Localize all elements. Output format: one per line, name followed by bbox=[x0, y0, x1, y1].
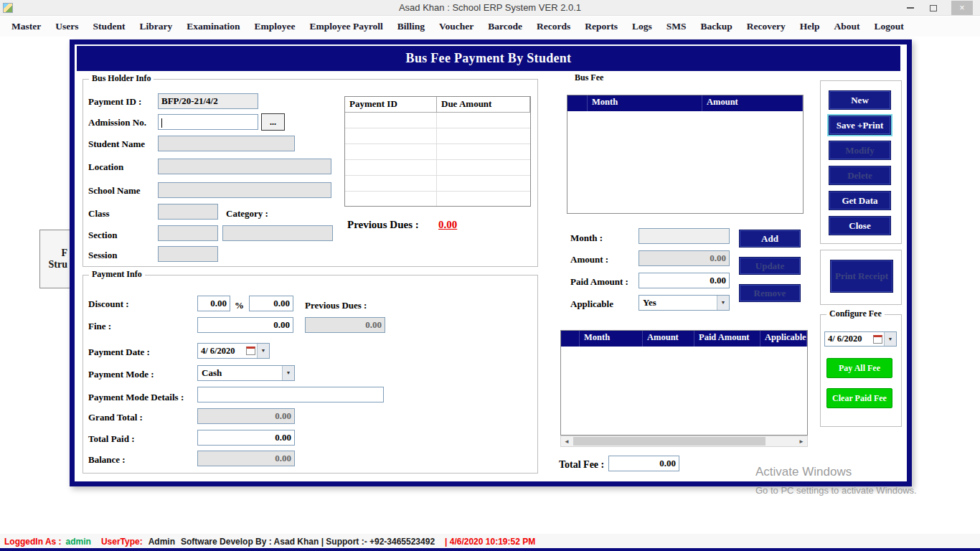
menu-item-employee[interactable]: Employee bbox=[248, 19, 303, 34]
fee-structure-partial-button[interactable]: F Stru bbox=[39, 230, 71, 288]
payment-mode-label: Payment Mode : bbox=[88, 369, 154, 380]
balance-label: Balance : bbox=[88, 454, 126, 466]
close-button[interactable]: Close bbox=[829, 216, 891, 235]
table-cell bbox=[345, 160, 437, 176]
session-field[interactable] bbox=[158, 246, 218, 262]
menu-item-backup[interactable]: Backup bbox=[693, 19, 739, 34]
menu-item-users[interactable]: Users bbox=[48, 19, 85, 34]
menu-item-employee-payroll[interactable]: Employee Payroll bbox=[303, 19, 390, 34]
calendar-icon bbox=[246, 347, 255, 355]
minimize-button[interactable] bbox=[903, 1, 918, 14]
payment-mode-select[interactable]: Cash ▼ bbox=[197, 365, 295, 381]
month-field[interactable] bbox=[639, 228, 730, 244]
chevron-down-icon[interactable]: ▼ bbox=[282, 366, 294, 380]
scrollbar-thumb[interactable] bbox=[573, 437, 765, 446]
menu-item-examination[interactable]: Examination bbox=[179, 19, 247, 34]
total-paid-field[interactable]: 0.00 bbox=[197, 430, 295, 446]
category-label: Category : bbox=[226, 208, 268, 220]
close-window-button[interactable]: × bbox=[951, 1, 973, 15]
table-cell bbox=[437, 192, 530, 207]
discount-percent-field[interactable]: 0.00 bbox=[197, 296, 230, 311]
dues-table[interactable]: Payment IDDue Amount bbox=[344, 96, 531, 207]
chevron-down-icon[interactable]: ▼ bbox=[884, 332, 896, 346]
menu-item-sms[interactable]: SMS bbox=[659, 19, 694, 34]
fee-entry-table-header: MonthAmount bbox=[567, 95, 803, 111]
clear-paid-fee-button[interactable]: Clear Paid Fee bbox=[826, 388, 892, 408]
new-button[interactable]: New bbox=[829, 90, 891, 110]
chevron-down-icon[interactable]: ▼ bbox=[257, 344, 269, 358]
maximize-button[interactable] bbox=[925, 1, 941, 14]
menu-item-barcode[interactable]: Barcode bbox=[481, 19, 529, 34]
add-button[interactable]: Add bbox=[739, 230, 801, 248]
delete-button[interactable]: Delete bbox=[829, 166, 891, 185]
menu-item-master[interactable]: Master bbox=[4, 19, 48, 34]
table-cell bbox=[437, 144, 530, 160]
menu-item-help[interactable]: Help bbox=[793, 19, 827, 34]
applicable-select[interactable]: Yes ▼ bbox=[639, 295, 730, 311]
menu-item-about[interactable]: About bbox=[826, 19, 867, 34]
amount-field[interactable]: 0.00 bbox=[639, 250, 730, 266]
month-label: Month : bbox=[570, 232, 603, 244]
menu-item-library[interactable]: Library bbox=[133, 19, 180, 34]
discount-amount-field[interactable]: 0.00 bbox=[249, 296, 293, 311]
fee-entry-table[interactable]: MonthAmount bbox=[567, 95, 804, 214]
table-row[interactable] bbox=[345, 192, 530, 207]
configure-fee-date-picker[interactable]: 4/ 6/2020 ▼ bbox=[824, 331, 897, 347]
modify-button[interactable]: Modify bbox=[829, 141, 891, 160]
table-cell bbox=[437, 128, 530, 144]
category-field[interactable] bbox=[222, 225, 333, 241]
previous-dues-field[interactable]: 0.00 bbox=[305, 317, 385, 333]
table-row[interactable] bbox=[345, 176, 530, 192]
print-receipt-button[interactable]: Print Receipt bbox=[830, 260, 893, 293]
payment-date-picker[interactable]: 4/ 6/2020 ▼ bbox=[197, 343, 270, 359]
bus-fee-payment-dialog: Bus Fee Payment By Student Bus Holder In… bbox=[70, 39, 912, 486]
table-cell bbox=[345, 176, 437, 192]
menu-item-records[interactable]: Records bbox=[529, 19, 578, 34]
menu-item-student[interactable]: Student bbox=[85, 19, 132, 34]
menu-item-billing[interactable]: Billing bbox=[390, 19, 432, 34]
dues-table-body bbox=[345, 113, 530, 207]
menu-item-recovery[interactable]: Recovery bbox=[740, 19, 793, 34]
table-row[interactable] bbox=[345, 128, 530, 144]
get-data-button[interactable]: Get Data bbox=[829, 191, 891, 210]
column-header: Month bbox=[580, 331, 643, 347]
payment-mode-details-label: Payment Mode Details : bbox=[88, 392, 184, 403]
payment-mode-details-field[interactable] bbox=[197, 387, 384, 402]
status-bar: LoggedIn As : admin UserType: Admin Soft… bbox=[0, 534, 980, 549]
section-field[interactable] bbox=[158, 225, 218, 241]
update-button[interactable]: Update bbox=[739, 257, 801, 275]
table-row[interactable] bbox=[345, 144, 530, 160]
class-field[interactable] bbox=[158, 204, 218, 220]
location-field[interactable] bbox=[158, 159, 331, 174]
chevron-down-icon[interactable]: ▼ bbox=[717, 296, 729, 310]
previous-dues-value: 0.00 bbox=[438, 219, 457, 231]
scroll-right-icon[interactable]: ► bbox=[796, 436, 807, 446]
horizontal-scrollbar[interactable]: ◄ ► bbox=[560, 435, 808, 447]
fee-detail-table[interactable]: MonthAmountPaid AmountApplicable bbox=[560, 330, 808, 435]
grand-total-field[interactable]: 0.00 bbox=[197, 408, 295, 424]
menu-item-voucher[interactable]: Voucher bbox=[432, 19, 481, 34]
total-fee-field[interactable]: 0.00 bbox=[608, 456, 679, 471]
paid-amount-field[interactable]: 0.00 bbox=[639, 273, 730, 288]
table-row[interactable] bbox=[345, 160, 530, 176]
scroll-left-icon[interactable]: ◄ bbox=[561, 436, 573, 446]
column-header: Amount bbox=[702, 95, 803, 111]
fine-field[interactable]: 0.00 bbox=[197, 317, 293, 333]
table-cell bbox=[437, 113, 530, 128]
admission-no-field[interactable] bbox=[158, 114, 258, 130]
fee-detail-table-header: MonthAmountPaid AmountApplicable bbox=[561, 331, 807, 347]
menu-item-logs[interactable]: Logs bbox=[625, 19, 659, 34]
paid-amount-label: Paid Amount : bbox=[570, 276, 628, 288]
menu-item-logout[interactable]: Logout bbox=[867, 19, 910, 34]
pay-all-fee-button[interactable]: Pay All Fee bbox=[826, 358, 892, 378]
school-name-field[interactable] bbox=[158, 182, 331, 198]
previous-dues-label: Previous Dues : bbox=[347, 219, 419, 231]
save-print-button[interactable]: Save +Print bbox=[829, 116, 891, 135]
menu-item-reports[interactable]: Reports bbox=[578, 19, 625, 34]
balance-field[interactable]: 0.00 bbox=[197, 451, 295, 466]
payment-id-field[interactable]: BFP/20-21/4/2 bbox=[158, 93, 258, 109]
student-name-field[interactable] bbox=[158, 136, 295, 151]
remove-button[interactable]: Remove bbox=[739, 284, 801, 302]
table-row[interactable] bbox=[345, 113, 530, 128]
browse-admission-button[interactable]: ... bbox=[261, 113, 285, 131]
